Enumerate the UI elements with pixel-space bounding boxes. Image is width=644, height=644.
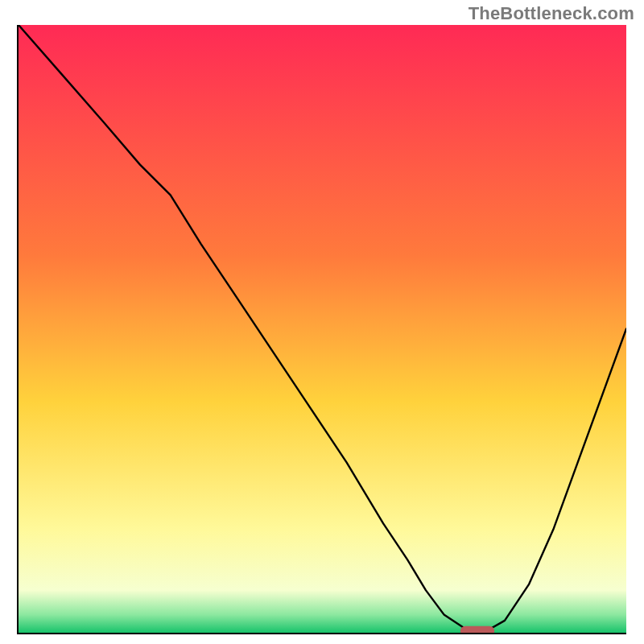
gradient-background — [19, 25, 626, 633]
chart-container: TheBottleneck.com — [0, 0, 644, 644]
plot-svg — [19, 25, 626, 633]
watermark-text: TheBottleneck.com — [469, 3, 634, 24]
